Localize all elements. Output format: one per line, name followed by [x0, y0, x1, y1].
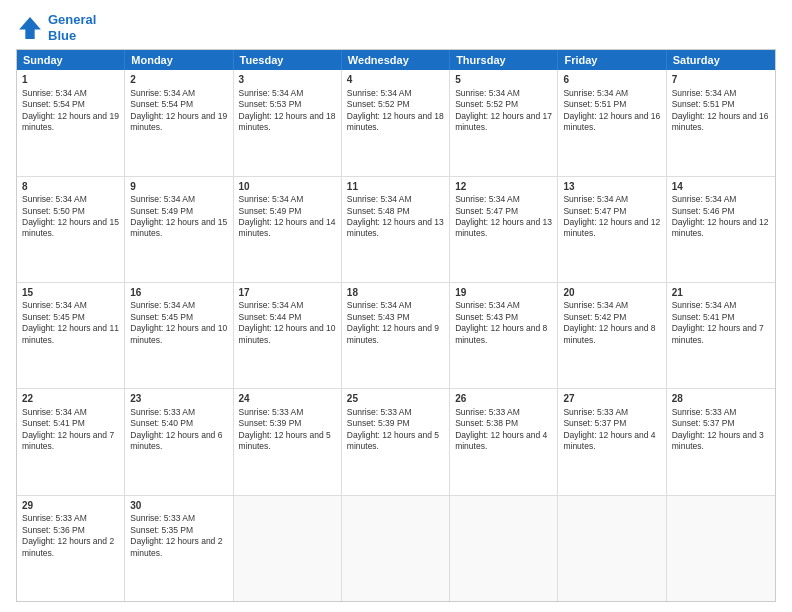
- calendar-cell: 17Sunrise: 5:34 AMSunset: 5:44 PMDayligh…: [234, 283, 342, 388]
- sunrise-text: Sunrise: 5:33 AM: [455, 407, 520, 417]
- weekday-header: Monday: [125, 50, 233, 70]
- calendar-cell: 15Sunrise: 5:34 AMSunset: 5:45 PMDayligh…: [17, 283, 125, 388]
- calendar: SundayMondayTuesdayWednesdayThursdayFrid…: [16, 49, 776, 602]
- logo: General Blue: [16, 12, 96, 43]
- sunrise-text: Sunrise: 5:34 AM: [672, 300, 737, 310]
- sunset-text: Sunset: 5:48 PM: [347, 206, 410, 216]
- sunrise-text: Sunrise: 5:34 AM: [672, 194, 737, 204]
- sunrise-text: Sunrise: 5:34 AM: [455, 300, 520, 310]
- sunset-text: Sunset: 5:47 PM: [563, 206, 626, 216]
- sunset-text: Sunset: 5:37 PM: [563, 418, 626, 428]
- daylight-text: Daylight: 12 hours and 19 minutes.: [130, 111, 227, 132]
- calendar-cell: 23Sunrise: 5:33 AMSunset: 5:40 PMDayligh…: [125, 389, 233, 494]
- sunset-text: Sunset: 5:42 PM: [563, 312, 626, 322]
- daylight-text: Daylight: 12 hours and 12 minutes.: [563, 217, 660, 238]
- sunset-text: Sunset: 5:41 PM: [672, 312, 735, 322]
- daylight-text: Daylight: 12 hours and 4 minutes.: [455, 430, 547, 451]
- sunrise-text: Sunrise: 5:33 AM: [130, 407, 195, 417]
- day-number: 22: [22, 392, 119, 406]
- day-number: 5: [455, 73, 552, 87]
- calendar-cell: 9Sunrise: 5:34 AMSunset: 5:49 PMDaylight…: [125, 177, 233, 282]
- sunset-text: Sunset: 5:50 PM: [22, 206, 85, 216]
- daylight-text: Daylight: 12 hours and 7 minutes.: [22, 430, 114, 451]
- calendar-cell: [342, 496, 450, 601]
- day-number: 25: [347, 392, 444, 406]
- daylight-text: Daylight: 12 hours and 4 minutes.: [563, 430, 655, 451]
- calendar-cell: 5Sunrise: 5:34 AMSunset: 5:52 PMDaylight…: [450, 70, 558, 175]
- calendar-cell: [667, 496, 775, 601]
- day-number: 6: [563, 73, 660, 87]
- sunrise-text: Sunrise: 5:33 AM: [130, 513, 195, 523]
- calendar-cell: 4Sunrise: 5:34 AMSunset: 5:52 PMDaylight…: [342, 70, 450, 175]
- calendar-cell: 21Sunrise: 5:34 AMSunset: 5:41 PMDayligh…: [667, 283, 775, 388]
- sunrise-text: Sunrise: 5:34 AM: [563, 300, 628, 310]
- daylight-text: Daylight: 12 hours and 15 minutes.: [130, 217, 227, 238]
- calendar-cell: 28Sunrise: 5:33 AMSunset: 5:37 PMDayligh…: [667, 389, 775, 494]
- calendar-cell: 30Sunrise: 5:33 AMSunset: 5:35 PMDayligh…: [125, 496, 233, 601]
- calendar-cell: 7Sunrise: 5:34 AMSunset: 5:51 PMDaylight…: [667, 70, 775, 175]
- daylight-text: Daylight: 12 hours and 13 minutes.: [455, 217, 552, 238]
- daylight-text: Daylight: 12 hours and 7 minutes.: [672, 323, 764, 344]
- daylight-text: Daylight: 12 hours and 10 minutes.: [239, 323, 336, 344]
- sunset-text: Sunset: 5:35 PM: [130, 525, 193, 535]
- sunrise-text: Sunrise: 5:34 AM: [130, 88, 195, 98]
- sunrise-text: Sunrise: 5:34 AM: [672, 88, 737, 98]
- sunrise-text: Sunrise: 5:34 AM: [130, 194, 195, 204]
- sunset-text: Sunset: 5:45 PM: [130, 312, 193, 322]
- sunset-text: Sunset: 5:41 PM: [22, 418, 85, 428]
- day-number: 14: [672, 180, 770, 194]
- calendar-body: 1Sunrise: 5:34 AMSunset: 5:54 PMDaylight…: [17, 70, 775, 601]
- calendar-cell: 19Sunrise: 5:34 AMSunset: 5:43 PMDayligh…: [450, 283, 558, 388]
- calendar-header: SundayMondayTuesdayWednesdayThursdayFrid…: [17, 50, 775, 70]
- calendar-row: 22Sunrise: 5:34 AMSunset: 5:41 PMDayligh…: [17, 388, 775, 494]
- day-number: 13: [563, 180, 660, 194]
- sunset-text: Sunset: 5:38 PM: [455, 418, 518, 428]
- sunrise-text: Sunrise: 5:34 AM: [563, 88, 628, 98]
- calendar-cell: 13Sunrise: 5:34 AMSunset: 5:47 PMDayligh…: [558, 177, 666, 282]
- calendar-cell: 20Sunrise: 5:34 AMSunset: 5:42 PMDayligh…: [558, 283, 666, 388]
- sunrise-text: Sunrise: 5:33 AM: [563, 407, 628, 417]
- calendar-cell: 14Sunrise: 5:34 AMSunset: 5:46 PMDayligh…: [667, 177, 775, 282]
- calendar-cell: 10Sunrise: 5:34 AMSunset: 5:49 PMDayligh…: [234, 177, 342, 282]
- sunset-text: Sunset: 5:43 PM: [347, 312, 410, 322]
- page: General Blue SundayMondayTuesdayWednesda…: [0, 0, 792, 612]
- daylight-text: Daylight: 12 hours and 8 minutes.: [455, 323, 547, 344]
- sunrise-text: Sunrise: 5:34 AM: [22, 88, 87, 98]
- sunset-text: Sunset: 5:53 PM: [239, 99, 302, 109]
- sunrise-text: Sunrise: 5:34 AM: [347, 300, 412, 310]
- svg-marker-0: [19, 17, 41, 39]
- logo-icon: [16, 14, 44, 42]
- calendar-cell: 1Sunrise: 5:34 AMSunset: 5:54 PMDaylight…: [17, 70, 125, 175]
- day-number: 10: [239, 180, 336, 194]
- weekday-header: Saturday: [667, 50, 775, 70]
- sunset-text: Sunset: 5:47 PM: [455, 206, 518, 216]
- day-number: 27: [563, 392, 660, 406]
- sunset-text: Sunset: 5:40 PM: [130, 418, 193, 428]
- sunrise-text: Sunrise: 5:34 AM: [239, 194, 304, 204]
- daylight-text: Daylight: 12 hours and 6 minutes.: [130, 430, 222, 451]
- daylight-text: Daylight: 12 hours and 13 minutes.: [347, 217, 444, 238]
- calendar-row: 8Sunrise: 5:34 AMSunset: 5:50 PMDaylight…: [17, 176, 775, 282]
- sunset-text: Sunset: 5:51 PM: [563, 99, 626, 109]
- sunset-text: Sunset: 5:39 PM: [347, 418, 410, 428]
- calendar-cell: 22Sunrise: 5:34 AMSunset: 5:41 PMDayligh…: [17, 389, 125, 494]
- day-number: 7: [672, 73, 770, 87]
- day-number: 12: [455, 180, 552, 194]
- calendar-cell: 11Sunrise: 5:34 AMSunset: 5:48 PMDayligh…: [342, 177, 450, 282]
- daylight-text: Daylight: 12 hours and 11 minutes.: [22, 323, 119, 344]
- daylight-text: Daylight: 12 hours and 12 minutes.: [672, 217, 769, 238]
- day-number: 26: [455, 392, 552, 406]
- calendar-cell: 3Sunrise: 5:34 AMSunset: 5:53 PMDaylight…: [234, 70, 342, 175]
- sunrise-text: Sunrise: 5:34 AM: [22, 300, 87, 310]
- weekday-header: Thursday: [450, 50, 558, 70]
- daylight-text: Daylight: 12 hours and 2 minutes.: [130, 536, 222, 557]
- sunset-text: Sunset: 5:45 PM: [22, 312, 85, 322]
- sunrise-text: Sunrise: 5:34 AM: [239, 300, 304, 310]
- sunrise-text: Sunrise: 5:33 AM: [239, 407, 304, 417]
- sunset-text: Sunset: 5:44 PM: [239, 312, 302, 322]
- sunrise-text: Sunrise: 5:33 AM: [347, 407, 412, 417]
- calendar-cell: 18Sunrise: 5:34 AMSunset: 5:43 PMDayligh…: [342, 283, 450, 388]
- sunset-text: Sunset: 5:54 PM: [130, 99, 193, 109]
- daylight-text: Daylight: 12 hours and 9 minutes.: [347, 323, 439, 344]
- sunrise-text: Sunrise: 5:34 AM: [455, 88, 520, 98]
